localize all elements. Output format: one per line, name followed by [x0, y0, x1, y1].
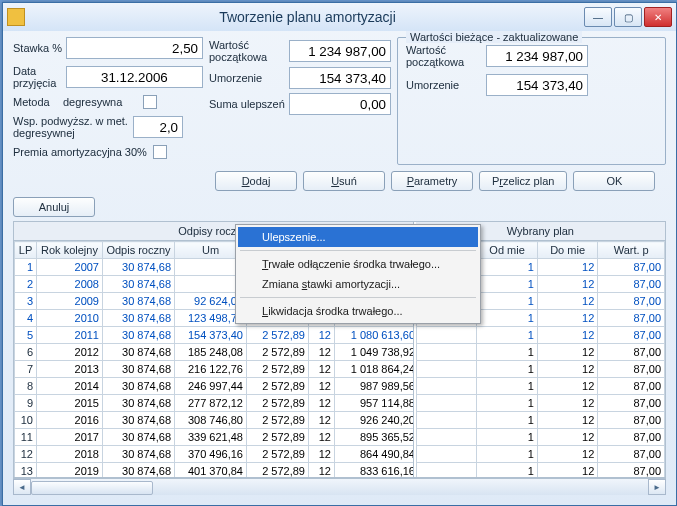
- cell: 12: [15, 446, 37, 463]
- col-header[interactable]: Do mie: [537, 242, 598, 259]
- table-row[interactable]: 9201530 874,68277 872,122 572,8912957 11…: [15, 395, 413, 412]
- cell: 2019: [37, 463, 103, 478]
- cell: 12: [309, 327, 335, 344]
- cell: 4: [15, 310, 37, 327]
- cell: 9: [15, 395, 37, 412]
- table-row[interactable]: 11287,00: [416, 463, 664, 478]
- table-row[interactable]: 11287,00: [416, 412, 664, 429]
- table-row[interactable]: 13201930 874,68401 370,842 572,8912833 6…: [15, 463, 413, 478]
- cell: [416, 378, 477, 395]
- cell: 401 370,84: [175, 463, 247, 478]
- ok-button[interactable]: OK: [573, 171, 655, 191]
- scroll-right-icon[interactable]: ►: [648, 479, 666, 495]
- cell: 30 874,68: [103, 412, 175, 429]
- ctx-likwidacja[interactable]: Likwidacja środka trwałego...: [238, 301, 478, 321]
- table-row[interactable]: 11287,00: [416, 378, 664, 395]
- table-row[interactable]: 11287,00: [416, 344, 664, 361]
- data-input[interactable]: [66, 66, 203, 88]
- table-row[interactable]: 6201230 874,68185 248,082 572,89121 049 …: [15, 344, 413, 361]
- table-row[interactable]: 11201730 874,68339 621,482 572,8912895 3…: [15, 429, 413, 446]
- wp-label: Wartość początkowa: [209, 39, 289, 63]
- table-row[interactable]: 11287,00: [416, 429, 664, 446]
- su-label: Suma ulepszeń: [209, 98, 289, 110]
- dodaj-label: odaj: [250, 175, 271, 187]
- cell: 185 248,08: [175, 344, 247, 361]
- cell: 13: [15, 463, 37, 478]
- table-row[interactable]: 11287,00: [416, 327, 664, 344]
- table-row[interactable]: 8201430 874,68246 997,442 572,8912987 98…: [15, 378, 413, 395]
- anuluj-button[interactable]: Anuluj: [13, 197, 95, 217]
- wp-input[interactable]: [289, 40, 391, 62]
- table-row[interactable]: 11287,00: [416, 395, 664, 412]
- cell: 926 240,20: [335, 412, 413, 429]
- dodaj-button[interactable]: Dodaj: [215, 171, 297, 191]
- maximize-button[interactable]: ▢: [614, 7, 642, 27]
- wsp-input[interactable]: [133, 116, 183, 138]
- cell: 2: [15, 276, 37, 293]
- cell: 2 572,89: [247, 463, 309, 478]
- cell: 1: [477, 276, 538, 293]
- cell: 87,00: [598, 361, 665, 378]
- col-header[interactable]: Wart. p: [598, 242, 665, 259]
- table-row[interactable]: 5201130 874,68154 373,402 572,89121 080 …: [15, 327, 413, 344]
- stawka-input[interactable]: [66, 37, 203, 59]
- table-row[interactable]: 7201330 874,68216 122,762 572,89121 018 …: [15, 361, 413, 378]
- cell: 1: [15, 259, 37, 276]
- cell: 1: [477, 327, 538, 344]
- cell: 10: [15, 412, 37, 429]
- ctx-ulepszenie[interactable]: Ulepszenie...: [238, 227, 478, 247]
- cell: 30 874,68: [103, 361, 175, 378]
- scroll-thumb[interactable]: [31, 481, 153, 495]
- cell: 2007: [37, 259, 103, 276]
- col-header[interactable]: LP: [15, 242, 37, 259]
- panel-right-legend: Wartości bieżące - zaktualizowane: [406, 31, 582, 43]
- cell: 6: [15, 344, 37, 361]
- su-input[interactable]: [289, 93, 391, 115]
- ctx-sep: [240, 250, 476, 251]
- col-header[interactable]: Rok kolejny: [37, 242, 103, 259]
- przelicz-button[interactable]: Przelicz plan: [479, 171, 567, 191]
- table-row[interactable]: 12201830 874,68370 496,162 572,8912864 4…: [15, 446, 413, 463]
- r-um-input[interactable]: [486, 74, 588, 96]
- r-wp-input[interactable]: [486, 45, 588, 67]
- table-row[interactable]: 11287,00: [416, 446, 664, 463]
- cell: 12: [537, 412, 598, 429]
- cell: 957 114,88: [335, 395, 413, 412]
- cell: 7: [15, 361, 37, 378]
- col-header[interactable]: Od mie: [477, 242, 538, 259]
- cell: 2 572,89: [247, 395, 309, 412]
- cell: 1 018 864,24: [335, 361, 413, 378]
- cell: 2012: [37, 344, 103, 361]
- um-input[interactable]: [289, 67, 391, 89]
- metoda-checkbox[interactable]: [143, 95, 157, 109]
- col-header[interactable]: Odpis roczny: [103, 242, 175, 259]
- cell: 12: [537, 463, 598, 478]
- scroll-left-icon[interactable]: ◄: [13, 479, 31, 495]
- panel-left: Stawka % Data przyjęcia Metoda degresywn…: [13, 37, 203, 165]
- cell: 2008: [37, 276, 103, 293]
- scrollbar-h[interactable]: ◄ ►: [13, 478, 666, 495]
- cell: 833 616,16: [335, 463, 413, 478]
- minimize-button[interactable]: —: [584, 7, 612, 27]
- toolbar: Dodaj Usuń Parametry Przelicz plan OK An…: [13, 171, 666, 217]
- cell: 87,00: [598, 395, 665, 412]
- scroll-track[interactable]: [31, 480, 648, 494]
- premia-checkbox[interactable]: [153, 145, 167, 159]
- close-button[interactable]: ✕: [644, 7, 672, 27]
- ctx-zmiana[interactable]: Zmiana stawki amortyzacji...: [238, 274, 478, 294]
- table-row[interactable]: 10201630 874,68308 746,802 572,8912926 2…: [15, 412, 413, 429]
- cell: 3: [15, 293, 37, 310]
- parametry-button[interactable]: Parametry: [391, 171, 473, 191]
- cell: [416, 395, 477, 412]
- cell: 12: [309, 344, 335, 361]
- cell: 12: [537, 293, 598, 310]
- cell: 12: [309, 429, 335, 446]
- usun-button[interactable]: Usuń: [303, 171, 385, 191]
- ctx-trwale[interactable]: Trwałe odłączenie środka trwałego...: [238, 254, 478, 274]
- cell: 1: [477, 395, 538, 412]
- cell: 216 122,76: [175, 361, 247, 378]
- cell: 2 572,89: [247, 429, 309, 446]
- cell: 277 872,12: [175, 395, 247, 412]
- table-row[interactable]: 11287,00: [416, 361, 664, 378]
- cell: 12: [537, 361, 598, 378]
